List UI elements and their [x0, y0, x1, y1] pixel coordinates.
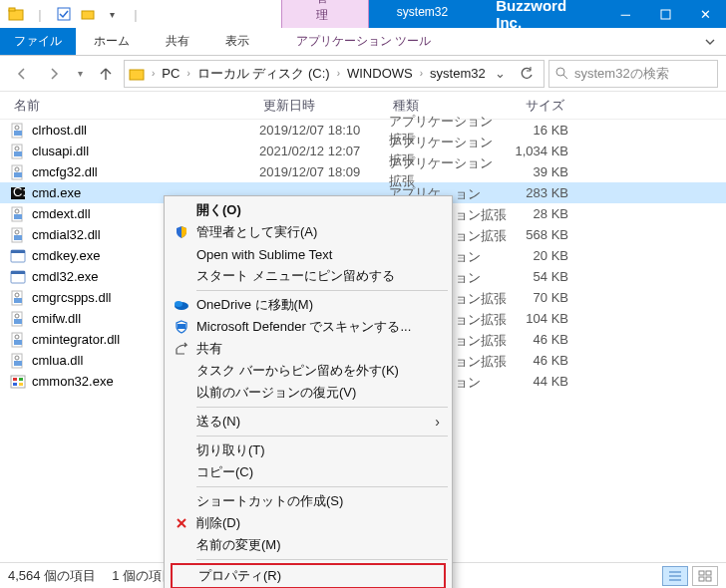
file-type-suffix: ョン [455, 374, 481, 392]
chevron-right-icon[interactable]: › [417, 68, 426, 79]
ribbon-expand-icon[interactable] [704, 28, 726, 55]
file-name: cmdial32.dll [32, 227, 101, 242]
file-size: 44 KB [499, 374, 568, 389]
svg-rect-15 [14, 172, 22, 177]
svg-rect-12 [14, 151, 22, 156]
recent-dropdown[interactable]: ▾ [72, 60, 88, 88]
file-size: 28 KB [499, 206, 568, 221]
checkbox-icon[interactable] [54, 4, 74, 24]
chevron-right-icon[interactable]: › [149, 68, 158, 79]
file-size: 568 KB [499, 227, 568, 242]
col-size[interactable]: サイズ [499, 97, 568, 115]
menu-defender-scan[interactable]: Microsoft Defender でスキャンする... [167, 316, 450, 338]
col-name[interactable]: 名前 [10, 97, 259, 115]
svg-rect-42 [13, 378, 17, 381]
file-name: cmintegrator.dll [32, 332, 120, 347]
chevron-right-icon[interactable]: › [183, 68, 192, 79]
file-type-suffix: ョン [455, 269, 481, 287]
view-tab[interactable]: 表示 [207, 28, 267, 55]
crumb-system32[interactable]: system32 [430, 66, 486, 81]
maximize-button[interactable] [646, 0, 686, 28]
svg-rect-39 [14, 361, 22, 366]
svg-rect-28 [11, 271, 25, 274]
search-placeholder: system32の検索 [574, 65, 669, 83]
svg-rect-9 [14, 131, 22, 136]
menu-run-as-admin[interactable]: 管理者として実行(A) [167, 221, 450, 243]
forward-button[interactable] [40, 60, 68, 88]
col-date[interactable]: 更新日時 [259, 97, 389, 115]
up-button[interactable] [92, 60, 120, 88]
large-icons-view-button[interactable] [692, 566, 718, 586]
svg-rect-4 [661, 10, 670, 19]
file-name: cmdl32.exe [32, 269, 98, 284]
menu-separator [196, 407, 448, 408]
menu-previous-versions[interactable]: 以前のバージョンの復元(V) [167, 382, 450, 404]
menu-move-to-onedrive[interactable]: OneDrive に移動(M) [167, 294, 450, 316]
file-size: 70 KB [499, 290, 568, 305]
folder-small-icon[interactable] [78, 4, 98, 24]
app-tools-tab[interactable]: アプリケーション ツール [274, 28, 453, 55]
file-name: cmlua.dll [32, 353, 83, 368]
menu-unpin-taskbar[interactable]: タスク バーからピン留めを外す(K) [167, 360, 450, 382]
menu-open-with-sublime[interactable]: Open with Sublime Text [167, 243, 450, 265]
file-type-suffix: ョン拡張 [455, 332, 507, 350]
context-menu[interactable]: 開く(O) 管理者として実行(A) Open with Sublime Text… [164, 195, 453, 588]
file-name: cmdext.dll [32, 206, 91, 221]
chevron-right-icon[interactable]: › [334, 68, 343, 79]
file-size: 104 KB [499, 311, 568, 326]
address-bar[interactable]: › PC › ローカル ディスク (C:) › WINDOWS › system… [124, 60, 544, 88]
details-view-button[interactable] [662, 566, 688, 586]
menu-cut[interactable]: 切り取り(T) [167, 440, 450, 461]
file-row[interactable]: cmcfg32.dll2019/12/07 18:09アプリケーション拡張39 … [0, 161, 726, 182]
share-tab[interactable]: 共有 [148, 28, 207, 55]
file-row[interactable]: clrhost.dll2019/12/07 18:10アプリケーション拡張16 … [0, 120, 726, 141]
defender-icon [173, 320, 190, 334]
menu-separator [196, 486, 448, 487]
refresh-icon[interactable] [514, 67, 540, 81]
navigation-bar: ▾ › PC › ローカル ディスク (C:) › WINDOWS › syst… [0, 56, 726, 92]
svg-rect-3 [82, 11, 94, 19]
menu-delete[interactable]: 削除(D) [167, 512, 450, 534]
file-tab[interactable]: ファイル [0, 28, 76, 55]
svg-point-54 [175, 301, 182, 307]
svg-rect-41 [11, 376, 25, 388]
file-size: 54 KB [499, 269, 568, 284]
crumb-pc[interactable]: PC [162, 66, 180, 81]
menu-create-shortcut[interactable]: ショートカットの作成(S) [167, 490, 450, 512]
chevron-down-icon[interactable]: ▾ [102, 4, 122, 24]
divider-icon: | [30, 4, 50, 24]
menu-rename[interactable]: 名前の変更(M) [167, 534, 450, 556]
file-icon [10, 123, 26, 139]
svg-rect-36 [14, 340, 22, 345]
svg-rect-51 [699, 577, 704, 581]
home-tab[interactable]: ホーム [76, 28, 148, 55]
file-size: 46 KB [499, 332, 568, 347]
svg-rect-45 [19, 383, 23, 386]
minimize-button[interactable]: ─ [605, 0, 645, 28]
share-icon [173, 342, 190, 356]
brand-label: Buzzword Inc. [476, 0, 605, 28]
shield-icon [173, 225, 190, 239]
file-row[interactable]: clusapi.dll2021/02/12 12:07アプリケーション拡張1,0… [0, 141, 726, 161]
manage-tab[interactable]: 管理 [281, 0, 369, 28]
search-box[interactable]: system32の検索 [548, 60, 718, 88]
file-icon [10, 227, 26, 243]
address-dropdown-icon[interactable]: ⌄ [491, 66, 510, 81]
menu-pin-to-start[interactable]: スタート メニューにピン留めする [167, 265, 450, 287]
menu-share[interactable]: 共有 [167, 338, 450, 360]
svg-rect-5 [130, 70, 144, 80]
menu-send-to[interactable]: 送る(N) [167, 411, 450, 433]
close-button[interactable]: ✕ [686, 0, 726, 28]
crumb-c-drive[interactable]: ローカル ディスク (C:) [197, 65, 330, 83]
file-icon [10, 332, 26, 348]
folder-icon [6, 4, 26, 24]
crumb-windows[interactable]: WINDOWS [347, 66, 413, 81]
file-size: 46 KB [499, 353, 568, 368]
menu-open[interactable]: 開く(O) [167, 199, 450, 221]
file-icon [10, 353, 26, 369]
file-type-suffix: ョン拡張 [455, 206, 507, 224]
back-button[interactable] [8, 60, 36, 88]
menu-properties[interactable]: プロパティ(R) [173, 565, 444, 587]
file-icon [10, 374, 26, 390]
menu-copy[interactable]: コピー(C) [167, 461, 450, 483]
